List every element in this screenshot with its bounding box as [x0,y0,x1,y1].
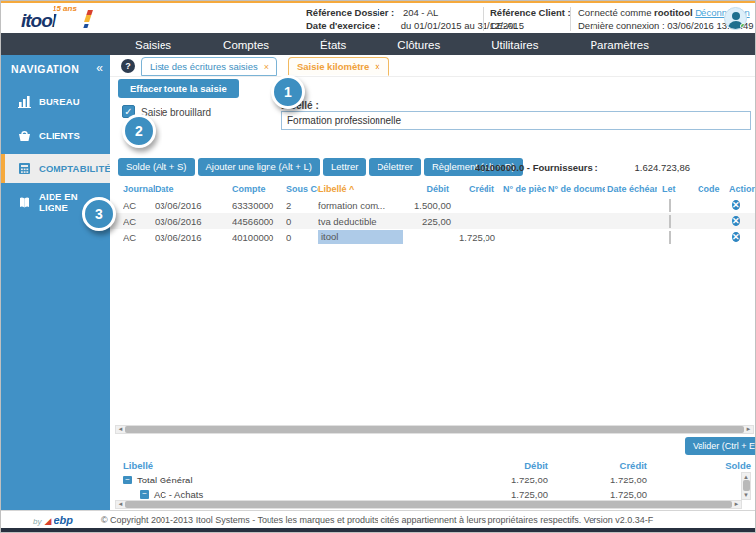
col-journal[interactable]: Journal [123,184,155,194]
let-checkbox[interactable] [669,215,671,228]
menu-comptes[interactable]: Comptes [223,39,269,51]
lettrer-button[interactable]: Lettrer [323,158,366,176]
menu-utilitaires[interactable]: Utilitaires [491,39,538,51]
summary-vertical-scrollbar[interactable]: ▲ ▼ [741,472,751,500]
scroll-right-icon[interactable]: ► [744,426,753,433]
calculator-icon [18,162,31,175]
col-code[interactable]: Code [693,184,724,194]
menu-etats[interactable]: États [320,39,346,51]
cell-debit: 225,00 [407,216,459,227]
delettrer-button[interactable]: Délettrer [369,158,420,176]
cell-date: 03/06/2016 [155,200,232,211]
col-action[interactable]: Action [724,184,756,194]
libelle-input[interactable] [281,111,751,130]
logo-accent-dot [83,24,88,28]
col-compte[interactable]: Compte [232,184,286,194]
cell-date: 03/06/2016 [155,232,232,243]
sum-credit: 1.725,00 [548,489,647,500]
exercice-label: Date d'exercice : [306,20,380,31]
col-libelle-sorted[interactable]: Libellé ^ [318,184,407,194]
client-label: Référence Client : [490,7,571,18]
scrollbar-thumb[interactable] [125,501,732,508]
grid-horizontal-scrollbar[interactable]: ◄ ► [115,425,754,434]
delete-row-icon[interactable]: ✕ [732,200,740,210]
menu-saisies[interactable]: Saisies [135,39,171,51]
col-debit[interactable]: Débit [407,184,459,194]
entry-toolbar: Solde (Alt + S) Ajouter une ligne (Alt +… [118,158,523,176]
scrollbar-thumb[interactable] [125,426,744,433]
cell-libelle-selected[interactable]: itool [318,230,403,244]
col-date[interactable]: Date [155,184,232,194]
bar-chart-icon [18,95,31,108]
main-menu-bar: Saisies Comptes États Clôtures Utilitair… [1,33,755,55]
sidebar-collapse-icon[interactable]: « [96,61,103,75]
summary-row-total[interactable]: −Total Général 1.725,00 1.725,00 [110,473,741,487]
cell-compte: 40100000 [232,232,286,243]
cell-sous-compte: 0 [286,216,318,227]
tab-liste-ecritures[interactable]: Liste des écritures saisies × [141,57,277,76]
col-echeance[interactable]: Date échéance [605,184,657,194]
cell-libelle: tva deductible [318,216,407,227]
col-libelle-label: Libellé [318,184,347,194]
menu-parametres[interactable]: Paramètres [590,39,648,51]
table-row[interactable]: AC 03/06/2016 63330000 2 formation com..… [110,197,756,213]
sidebar-item-label: BUREAU [39,96,80,107]
sum-label: Total Général [137,475,193,485]
col-piece[interactable]: N° de pièce [501,184,546,194]
connected-user: rootitool [654,7,693,18]
client-value: CE-AL [490,20,518,31]
dossier-value: 204 - AL [397,7,438,18]
sidebar-item-comptabilite[interactable]: COMPTABILITÉ [1,154,110,183]
delete-row-icon[interactable]: ✕ [732,216,740,226]
menu-clotures[interactable]: Clôtures [397,39,440,51]
scroll-left-icon[interactable]: ◄ [116,426,125,433]
col-document[interactable]: N° de document [546,184,605,194]
clear-entry-button[interactable]: Effacer toute la saisie [118,79,239,98]
summary-horizontal-scrollbar[interactable]: ◄ ► [115,500,742,509]
let-checkbox[interactable] [669,199,671,212]
validate-button[interactable]: Valider (Ctrl + E) [685,437,756,455]
ebp-logo-text: ebp [54,514,73,526]
bottom-bar [1,528,755,533]
delete-row-icon[interactable]: ✕ [732,232,740,242]
col-sous-compte[interactable]: Sous Co [286,184,318,194]
sidebar-item-clients[interactable]: CLIENTS [1,120,110,150]
scroll-left-icon[interactable]: ◄ [116,501,125,508]
tree-collapse-icon[interactable]: − [140,490,149,499]
logo-accent-mark [84,10,93,22]
entries-table-header: Journal Date Compte Sous Co Libellé ^ Dé… [110,181,756,197]
scroll-right-icon[interactable]: ► [732,501,741,508]
tab-close-icon[interactable]: × [375,62,379,72]
account-balance: 1.624.723,86 [591,162,690,173]
tab-close-icon[interactable]: × [264,62,269,72]
sidebar-item-bureau[interactable]: BUREAU [1,86,110,116]
tab-saisie-kilometre[interactable]: Saisie kilomètre × [288,57,389,76]
cell-journal: AC [123,216,155,227]
sum-debit: 1.725,00 [477,475,548,485]
col-credit[interactable]: Crédit [459,184,501,194]
scroll-down-icon[interactable]: ▼ [743,491,749,499]
user-avatar[interactable] [724,7,747,30]
tree-collapse-icon[interactable]: − [123,476,132,484]
sum-col-debit: Débit [477,460,548,471]
help-icon[interactable]: ? [121,59,135,73]
avatar-head [732,12,740,20]
table-row[interactable]: AC 03/06/2016 44566000 0 tva deductible … [110,213,756,229]
col-let[interactable]: Let [657,184,693,194]
let-checkbox[interactable] [669,231,671,244]
book-icon [18,196,31,209]
cell-date: 03/06/2016 [155,216,232,227]
cell-compte: 44566000 [232,216,286,227]
solde-button[interactable]: Solde (Alt + S) [118,158,195,176]
scrollbar-thumb[interactable] [743,480,750,491]
app-window: 15 ans itool Référence Dossier : 204 - A… [0,0,756,533]
cell-libelle: formation com... [318,200,407,211]
cell-credit: 1.725,00 [459,232,501,243]
cell-journal: AC [123,200,155,211]
table-row[interactable]: AC 03/06/2016 40100000 0 itool 1.725,00 … [110,229,756,245]
scroll-up-icon[interactable]: ▲ [743,473,749,480]
tabbar-divider [110,76,756,77]
add-line-button[interactable]: Ajouter une ligne (Alt + L) [198,158,320,176]
itool-logo: 15 ans itool [15,6,104,32]
cell-sous-compte: 0 [286,232,318,243]
